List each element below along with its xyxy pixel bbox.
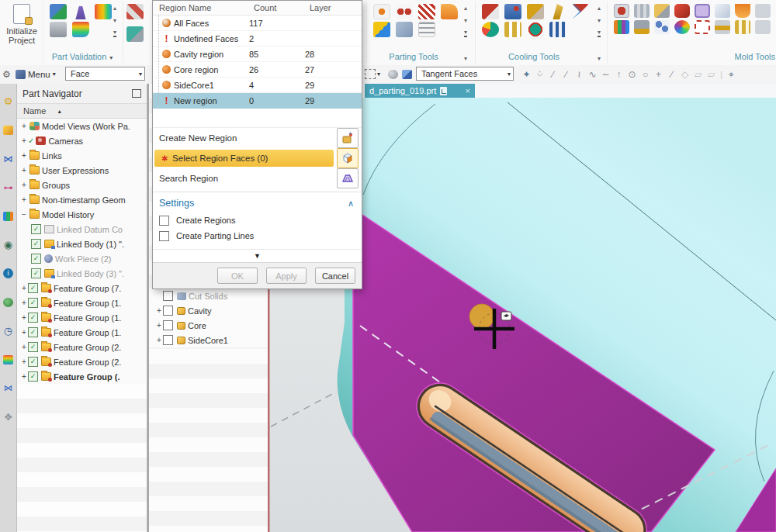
visual-reports-eye-icon[interactable]: ◉	[0, 230, 16, 259]
column-layer[interactable]: Layer	[310, 3, 362, 12]
tree-item-cut-solids[interactable]: Cut Solids	[149, 288, 268, 303]
check-regions-icon[interactable]	[50, 4, 67, 19]
mold-tool-partial-icon-2[interactable]	[755, 20, 771, 34]
split-solid-icon[interactable]	[674, 4, 690, 18]
expander-icon[interactable]: +	[20, 151, 28, 160]
tray-tool-icon[interactable]	[715, 20, 730, 34]
search-region-button[interactable]	[337, 168, 359, 188]
cooling-baffle-icon[interactable]	[504, 22, 521, 37]
snap-arrow-icon[interactable]: ↑	[612, 69, 625, 80]
tree-item-sidecore1[interactable]: +SideCore1	[149, 333, 268, 347]
design-parting-surface-icon[interactable]	[373, 4, 390, 19]
tree-item-feature-group-2[interactable]: +✓Feature Group (1.	[17, 295, 147, 310]
expander-icon[interactable]: +	[20, 328, 28, 337]
cooling-channel-icon[interactable]	[549, 22, 566, 37]
feature-tree-icon[interactable]	[614, 20, 629, 34]
history-clock-icon[interactable]: ◷	[0, 316, 16, 345]
expander-icon[interactable]: +	[20, 136, 28, 145]
more-options-icon[interactable]: ▼	[254, 252, 261, 260]
scroll-end-icon[interactable]: ▾	[113, 29, 116, 37]
expander-icon[interactable]: +	[155, 336, 163, 344]
expander-icon[interactable]: +	[20, 372, 28, 381]
reuse-library-icon[interactable]	[0, 202, 16, 230]
checkbox-checked-icon[interactable]: ✓	[28, 298, 38, 308]
checkbox-checked-icon[interactable]: ✓	[28, 313, 38, 323]
expander-icon[interactable]: +	[155, 306, 163, 315]
assembly-navigator-icon[interactable]	[0, 116, 16, 144]
apply-button[interactable]: Apply	[266, 268, 307, 284]
tree-item-feature-group-7[interactable]: +✓Feature Group (.	[17, 369, 147, 384]
snap-point-icon[interactable]: ✦	[520, 69, 533, 80]
tree-item-feature-group-6[interactable]: +✓Feature Group (2.	[17, 354, 147, 369]
tree-item-feature-group-4[interactable]: +✓Feature Group (1.	[17, 325, 147, 340]
checkbox-unchecked-icon[interactable]	[163, 335, 173, 345]
expander-icon[interactable]: +	[20, 358, 28, 366]
checkbox-checked-icon[interactable]: ✓	[31, 239, 41, 249]
tree-item-core[interactable]: +Core	[149, 318, 268, 333]
scroll-up-icon[interactable]: ▴	[113, 5, 116, 12]
flag-faces-icon[interactable]	[418, 4, 435, 19]
tree-item-feature-group-3[interactable]: +✓Feature Group (1.	[17, 310, 147, 325]
column-region-name[interactable]: Region Name	[159, 3, 254, 12]
tree-item-model-history[interactable]: −Model History	[17, 207, 147, 222]
expander-icon[interactable]: +	[20, 181, 28, 189]
tree-item-linked-datum[interactable]: ✓Linked Datum Co	[17, 222, 147, 237]
parting-surface-icon[interactable]	[441, 4, 458, 19]
tree-item-work-piece[interactable]: ✓Work Piece (2)	[17, 251, 147, 266]
check-mold-flow-icon[interactable]	[72, 4, 89, 19]
expander-icon[interactable]: +	[155, 321, 163, 330]
collapse-section-icon[interactable]: ∧	[348, 199, 354, 209]
checkbox-checked-icon[interactable]: ✓	[28, 327, 38, 337]
snap-scatter-icon[interactable]: ⁘	[533, 69, 546, 80]
web-browser-icon[interactable]	[0, 288, 16, 316]
stamp-tool-icon[interactable]	[634, 20, 650, 34]
region-row-core-region[interactable]: Core region 2627	[153, 62, 362, 78]
color-palette-icon[interactable]	[674, 20, 690, 34]
checkbox-checked-icon[interactable]: ✓	[28, 357, 38, 367]
create-new-region-button[interactable]	[337, 128, 359, 148]
name-column-header[interactable]: Name ▲	[17, 103, 147, 119]
cooling-circuit-icon[interactable]	[482, 22, 499, 37]
mold-tool-partial-icon[interactable]	[755, 4, 771, 18]
scroll-end-icon[interactable]: ▾	[598, 29, 601, 37]
undock-panel-icon[interactable]	[132, 89, 141, 98]
cancel-button[interactable]: Cancel	[315, 268, 355, 284]
checkbox-checked-icon[interactable]: ✓	[31, 254, 41, 264]
cooling-connect-icon[interactable]	[527, 22, 544, 37]
create-parting-lines-option[interactable]: Create Parting Lines	[153, 228, 362, 244]
scroll-down-icon[interactable]: ▾	[113, 17, 116, 24]
tree-item-non-timestamp[interactable]: +Non-timestamp Geom	[17, 192, 147, 207]
edge-patch-icon[interactable]	[634, 4, 650, 18]
snap-center-icon[interactable]: ⊙	[625, 69, 639, 80]
teal-tool-icon[interactable]	[126, 26, 144, 42]
checkbox-unchecked-icon[interactable]	[163, 320, 173, 330]
object-marquee-icon[interactable]	[695, 20, 710, 34]
checkbox-unchecked-icon[interactable]	[163, 306, 173, 316]
expander-icon[interactable]: +	[20, 122, 28, 130]
expander-icon[interactable]: +	[20, 299, 28, 307]
face-rule-combobox[interactable]: Tangent Faces ▾	[416, 67, 514, 81]
select-region-faces-row[interactable]: ∗ Select Region Faces (0)	[153, 148, 362, 168]
pattern-tool-icon[interactable]	[126, 4, 144, 19]
dialog-more-strip[interactable]: ▼	[153, 249, 362, 262]
tree-item-groups[interactable]: +Groups	[17, 178, 147, 192]
model-compare-icon[interactable]	[50, 22, 67, 37]
expander-icon[interactable]: +	[20, 284, 28, 292]
scroll-down-icon[interactable]: ▾	[598, 17, 601, 24]
modify-parting-icon[interactable]	[654, 4, 670, 18]
region-row-new-region-selected[interactable]: !New region 029	[153, 93, 362, 109]
checkbox-checked-icon[interactable]: ✓	[31, 224, 41, 234]
group-more-icon[interactable]: ▾	[598, 55, 601, 62]
snap-pole-icon[interactable]: ∿	[586, 69, 599, 80]
menu-button[interactable]: Menu ▾	[16, 67, 56, 81]
tree-item-user-expressions[interactable]: +User Expressions	[17, 163, 147, 178]
expander-icon[interactable]: +	[20, 195, 28, 204]
cooling-standard-part-icon[interactable]	[482, 4, 499, 19]
tree-item-feature-group-5[interactable]: +✓Feature Group (2.	[17, 340, 147, 354]
constraint-navigator-icon[interactable]: ⋈	[0, 144, 16, 173]
snap-curve-icon[interactable]: ≀	[573, 69, 586, 80]
snap-sheet-icon[interactable]: ▱	[705, 69, 718, 80]
tree-item-feature-group-1[interactable]: +✓Feature Group (7.	[17, 281, 147, 295]
checkbox-checked-icon[interactable]: ✓	[28, 371, 38, 382]
cooling-note-icon[interactable]	[549, 4, 566, 19]
